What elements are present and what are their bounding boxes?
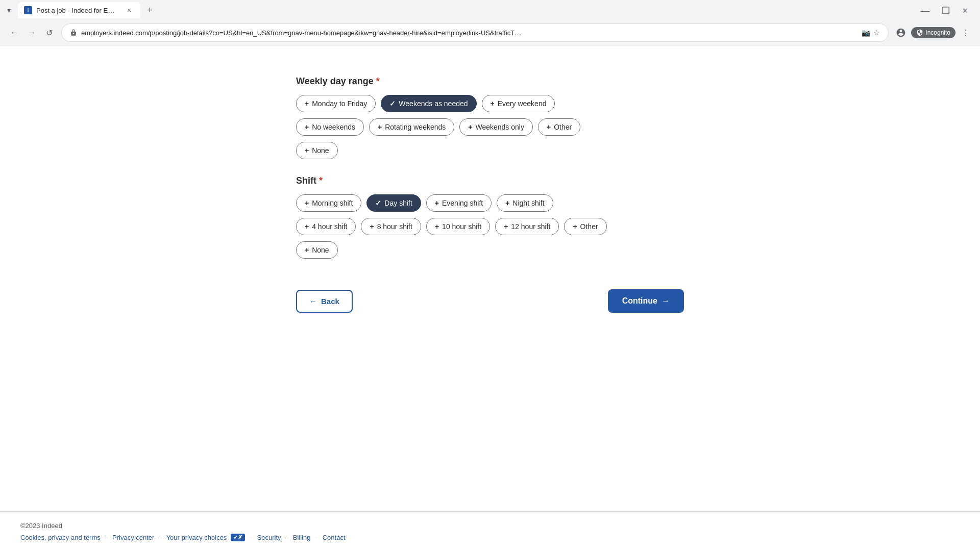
chip-rotating-weekends[interactable]: Rotating weekends xyxy=(369,118,454,136)
chip-icon-10-hour-shift xyxy=(435,222,439,231)
chip-night-shift[interactable]: Night shift xyxy=(497,194,553,212)
tab-favicon: i xyxy=(24,6,32,14)
chip-day-shift[interactable]: Day shift xyxy=(366,194,421,212)
url-text: employers.indeed.com/p/posting/job-detai… xyxy=(81,29,857,37)
footer-link-security[interactable]: Security xyxy=(257,534,281,541)
bookmark-icon: ☆ xyxy=(873,29,880,37)
tab-nav-dropdown[interactable]: ▾ xyxy=(4,4,14,16)
chip-label-monday-friday: Monday to Friday xyxy=(312,99,367,108)
chip-icon-weekends-only xyxy=(468,123,472,131)
chip-label-night-shift: Night shift xyxy=(512,199,544,207)
chip-label-none-shift: None xyxy=(312,246,329,254)
required-star-day: * xyxy=(374,76,380,86)
weekly-day-range-section: Weekly day range * Monday to Friday Week… xyxy=(296,76,684,159)
chip-icon-every-weekend xyxy=(491,99,495,108)
footer-link-billing[interactable]: Billing xyxy=(293,534,311,541)
footer: ©2023 Indeed Cookies, privacy and terms … xyxy=(0,511,980,551)
url-bar[interactable]: employers.indeed.com/p/posting/job-detai… xyxy=(61,23,889,42)
chip-icon-night-shift xyxy=(505,199,509,207)
minimize-button[interactable]: — xyxy=(916,3,934,18)
chip-icon-monday-friday xyxy=(305,99,309,108)
back-nav-button[interactable]: ← xyxy=(6,24,22,41)
continue-button[interactable]: Continue → xyxy=(608,289,684,313)
maximize-button[interactable]: ❐ xyxy=(938,3,954,18)
shift-chips-row1: Morning shift Day shift Evening shift xyxy=(296,194,684,212)
chip-every-weekend[interactable]: Every weekend xyxy=(482,95,555,112)
continue-label: Continue xyxy=(622,296,657,306)
shift-section: Shift * Morning shift Day shift xyxy=(296,176,684,259)
chip-icon-other-day xyxy=(547,123,551,131)
form-navigation: ← Back Continue → xyxy=(296,289,684,313)
chip-12-hour-shift[interactable]: 12 hour shift xyxy=(495,218,559,235)
footer-links: Cookies, privacy and terms – Privacy cen… xyxy=(20,534,960,541)
chip-label-12-hour-shift: 12 hour shift xyxy=(511,222,550,231)
chip-icon-day-shift xyxy=(375,199,381,207)
chip-icon-other-shift xyxy=(573,222,577,231)
chip-none-shift[interactable]: None xyxy=(296,241,338,259)
back-label: Back xyxy=(321,297,339,306)
chip-evening-shift[interactable]: Evening shift xyxy=(426,194,492,212)
continue-arrow-icon: → xyxy=(662,296,670,306)
chip-label-no-weekends: No weekends xyxy=(312,123,355,131)
chip-no-weekends[interactable]: No weekends xyxy=(296,118,364,136)
chip-other-day[interactable]: Other xyxy=(538,118,580,136)
chip-icon-morning-shift xyxy=(305,199,309,207)
active-tab[interactable]: i Post a job - Indeed for Employ… × xyxy=(18,2,140,18)
chip-weekends-as-needed[interactable]: Weekends as needed xyxy=(381,95,476,112)
chip-label-morning-shift: Morning shift xyxy=(312,199,353,207)
url-action-icons: 📷 ☆ xyxy=(862,29,880,37)
chip-icon-rotating-weekends xyxy=(378,123,382,131)
chip-icon-4-hour-shift xyxy=(305,222,309,231)
chip-label-day-shift: Day shift xyxy=(384,199,412,207)
chip-label-rotating-weekends: Rotating weekends xyxy=(385,123,446,131)
weekly-day-range-chips-row3: None xyxy=(296,142,684,159)
chip-label-weekends-only: Weekends only xyxy=(475,123,524,131)
profile-button[interactable] xyxy=(893,24,909,41)
chip-monday-friday[interactable]: Monday to Friday xyxy=(296,95,376,112)
forward-nav-button[interactable]: → xyxy=(23,24,40,41)
back-arrow-icon: ← xyxy=(309,297,317,306)
chip-label-10-hour-shift: 10 hour shift xyxy=(442,222,481,231)
chip-weekends-only[interactable]: Weekends only xyxy=(459,118,533,136)
shift-chips-row3: None xyxy=(296,241,684,259)
chip-8-hour-shift[interactable]: 8 hour shift xyxy=(361,218,421,235)
required-star-shift: * xyxy=(316,176,323,186)
reload-button[interactable]: ↺ xyxy=(41,24,57,41)
chip-label-none-day: None xyxy=(312,146,329,155)
weekly-day-range-title: Weekly day range * xyxy=(296,76,684,87)
shift-chips-row2: 4 hour shift 8 hour shift 10 hour shift xyxy=(296,218,684,235)
chip-none-day[interactable]: None xyxy=(296,142,338,159)
shift-title: Shift * xyxy=(296,176,684,186)
chip-other-shift[interactable]: Other xyxy=(564,218,606,235)
lock-icon xyxy=(70,29,77,36)
chip-label-every-weekend: Every weekend xyxy=(498,99,547,108)
footer-link-privacy-choices[interactable]: Your privacy choices xyxy=(166,534,227,541)
chip-icon-none-shift xyxy=(305,246,309,254)
camera-icon: 📷 xyxy=(862,29,870,37)
chip-4-hour-shift[interactable]: 4 hour shift xyxy=(296,218,356,235)
chip-10-hour-shift[interactable]: 10 hour shift xyxy=(426,218,490,235)
weekly-day-range-chips-row2: No weekends Rotating weekends Weekends o… xyxy=(296,118,684,136)
chip-icon-weekends-as-needed xyxy=(389,99,396,108)
incognito-badge: Incognito xyxy=(911,27,955,38)
tab-title: Post a job - Indeed for Employ… xyxy=(36,7,120,14)
new-tab-button[interactable]: + xyxy=(142,3,157,17)
footer-link-privacy-center[interactable]: Privacy center xyxy=(112,534,154,541)
chip-morning-shift[interactable]: Morning shift xyxy=(296,194,361,212)
chip-icon-evening-shift xyxy=(435,199,439,207)
back-button[interactable]: ← Back xyxy=(296,290,353,313)
incognito-label: Incognito xyxy=(925,29,950,36)
chip-icon-no-weekends xyxy=(305,123,309,131)
chip-icon-none-day xyxy=(305,146,309,155)
chip-label-other-day: Other xyxy=(554,123,572,131)
weekly-day-range-chips: Monday to Friday Weekends as needed Ever… xyxy=(296,95,684,112)
close-button[interactable]: × xyxy=(958,3,972,18)
footer-link-cookies[interactable]: Cookies, privacy and terms xyxy=(20,534,101,541)
chip-label-8-hour-shift: 8 hour shift xyxy=(377,222,412,231)
chip-icon-12-hour-shift xyxy=(504,222,508,231)
privacy-choices-badge: ✓✗ xyxy=(231,534,245,541)
footer-link-contact[interactable]: Contact xyxy=(323,534,346,541)
chip-label-other-shift: Other xyxy=(580,222,598,231)
more-button[interactable]: ⋮ xyxy=(958,24,974,41)
tab-close-button[interactable]: × xyxy=(124,5,134,15)
